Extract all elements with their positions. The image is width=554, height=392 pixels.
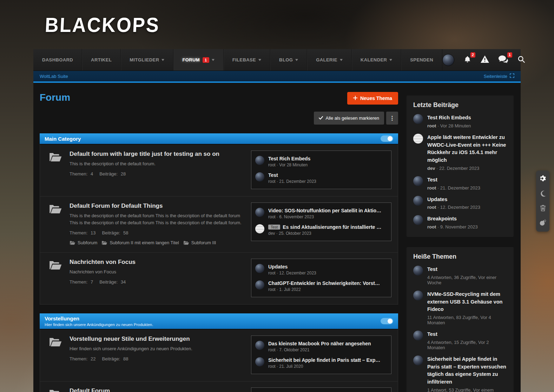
post-author[interactable]: root bbox=[427, 205, 436, 210]
forum-title[interactable]: Default forum with large title just for … bbox=[70, 151, 245, 158]
avatar[interactable] bbox=[413, 356, 423, 365]
forum-description: This is the description of the default f… bbox=[70, 212, 245, 226]
side-post-title[interactable]: Updates bbox=[427, 196, 507, 204]
list-item: Test4 Antworten, 15 Zugriffe, Vor 2 Mona… bbox=[413, 331, 507, 350]
side-item-text: Sicherheit bei Apple findet in Paris sta… bbox=[427, 356, 507, 392]
chat-icon bbox=[499, 55, 508, 65]
avatar[interactable] bbox=[413, 114, 423, 124]
nav-item-dashboard[interactable]: DASHBOARD bbox=[33, 49, 82, 71]
side-topic-title[interactable]: Test bbox=[427, 331, 507, 338]
post-title[interactable]: Updates bbox=[268, 264, 387, 270]
search-icon bbox=[517, 55, 525, 65]
nav-item-filebase[interactable]: FILEBASE bbox=[224, 49, 270, 71]
nav-item-kalender[interactable]: KALENDER bbox=[352, 49, 401, 71]
category-collapse-toggle[interactable] bbox=[381, 318, 393, 324]
post-preview: ChatGPT-Entwickler in Schwierigkeiten: V… bbox=[255, 278, 387, 294]
sidebar-toggle-button[interactable]: Seitenleiste bbox=[484, 73, 514, 79]
post-author[interactable]: root bbox=[427, 123, 436, 128]
list-item: Apple lädt weitere Entwickler zu WWDC-Li… bbox=[413, 134, 507, 171]
conversations-button[interactable]: 1 bbox=[499, 55, 508, 65]
avatar[interactable] bbox=[255, 341, 264, 350]
side-topic-title[interactable]: Sicherheit bei Apple findet in Paris sta… bbox=[427, 356, 507, 386]
breadcrumb[interactable]: WoltLab Suite bbox=[40, 74, 68, 79]
nav-item-galerie[interactable]: GALERIE bbox=[307, 49, 352, 71]
nav-item-spenden[interactable]: SPENDEN bbox=[401, 49, 442, 71]
post-meta: root · 6. November 2023 bbox=[268, 214, 387, 219]
dark-mode-button[interactable] bbox=[540, 190, 546, 198]
avatar[interactable] bbox=[413, 266, 423, 275]
avatar[interactable] bbox=[413, 134, 423, 144]
forum-title[interactable]: Nachrichten von Focus bbox=[70, 259, 245, 266]
side-item-text: Test4 Antworten, 36 Zugriffe, Vor einer … bbox=[427, 266, 507, 285]
nav-list: DASHBOARDARTIKELMITGLIEDERFORUM1FILEBASE… bbox=[33, 49, 442, 71]
side-topic-title[interactable]: Test bbox=[427, 266, 507, 273]
forum-description: Hier finden sich unsere Ankündigungen zu… bbox=[70, 345, 245, 352]
notifications-button[interactable]: 2 bbox=[464, 55, 471, 65]
avatar[interactable] bbox=[413, 215, 423, 225]
post-title[interactable]: Video: SOS-Notruffunktion per Satellit i… bbox=[268, 208, 387, 213]
post-title[interactable]: TestEs sind Aktualisierungen für install… bbox=[268, 224, 387, 230]
user-avatar[interactable] bbox=[442, 54, 454, 66]
side-post-title[interactable]: Breakpoints bbox=[427, 215, 507, 223]
nav-item-artikel[interactable]: ARTIKEL bbox=[82, 49, 121, 71]
check-icon bbox=[319, 115, 323, 121]
posts-label: Beiträge: bbox=[99, 279, 118, 285]
bomb-button[interactable] bbox=[539, 219, 546, 227]
post-author[interactable]: root bbox=[427, 224, 436, 230]
nav-item-forum[interactable]: FORUM1 bbox=[173, 49, 223, 71]
subforum-link[interactable]: Subforum III bbox=[183, 240, 216, 245]
trash-button[interactable] bbox=[540, 205, 546, 212]
nav-item-blog[interactable]: BLOG bbox=[270, 49, 307, 71]
subforum-link[interactable]: Subforum II mit einem langen Titel bbox=[101, 240, 179, 245]
latest-posts-list: Test Rich Embedsroot · Vor 28 MinutenApp… bbox=[413, 114, 507, 230]
nav-item-mitglieder[interactable]: MITGLIEDER bbox=[121, 49, 173, 71]
avatar[interactable] bbox=[255, 264, 264, 273]
side-item-text: Testroot · 21. Dezember 2023 bbox=[427, 176, 507, 191]
forum-list: Vorstellung neuer Stile und Erweiterunge… bbox=[40, 329, 398, 392]
avatar[interactable] bbox=[255, 172, 264, 181]
side-item-text: Test Rich Embedsroot · Vor 28 Minuten bbox=[427, 114, 507, 128]
post-title[interactable]: ChatGPT-Entwickler in Schwierigkeiten: V… bbox=[268, 280, 387, 286]
folder-open-icon bbox=[48, 388, 62, 392]
avatar[interactable] bbox=[255, 357, 264, 366]
avatar[interactable] bbox=[255, 156, 264, 165]
post-title[interactable]: Sicherheit bei Apple findet in Paris sta… bbox=[268, 357, 387, 363]
settings-button[interactable] bbox=[539, 175, 547, 184]
side-post-title[interactable]: Test bbox=[427, 176, 507, 184]
forum-info: Vorstellung neuer Stile und Erweiterunge… bbox=[70, 335, 251, 374]
side-post-title[interactable]: Apple lädt weitere Entwickler zu WWDC-Li… bbox=[427, 134, 507, 164]
search-button[interactable] bbox=[517, 55, 525, 65]
more-options-button[interactable]: ⋮ bbox=[386, 112, 398, 125]
latest-posts-preview: Updatesroot · 12. Dezember 2023ChatGPT-E… bbox=[251, 259, 391, 297]
avatar[interactable] bbox=[413, 196, 423, 206]
post-title[interactable]: Test bbox=[268, 172, 387, 178]
avatar[interactable] bbox=[413, 331, 423, 340]
topics-label: Themen: bbox=[70, 230, 87, 235]
forum-title[interactable]: Default Forum for Default Things bbox=[70, 202, 245, 210]
main-column: Forum Neues Thema Alle als gelesen marki… bbox=[40, 92, 398, 392]
avatar[interactable] bbox=[413, 176, 423, 186]
moderation-button[interactable] bbox=[481, 55, 489, 64]
subforum-link[interactable]: Subforum bbox=[70, 240, 97, 245]
avatar[interactable] bbox=[255, 280, 264, 290]
side-item-text: Breakpointsroot · 9. November 2023 bbox=[427, 215, 507, 230]
side-post-title[interactable]: Test Rich Embeds bbox=[427, 114, 507, 122]
nav-item-label: FILEBASE bbox=[232, 57, 256, 62]
post-title[interactable]: Test Rich Embeds bbox=[268, 156, 387, 161]
new-topic-button[interactable]: Neues Thema bbox=[347, 92, 398, 105]
side-topic-title[interactable]: NVMe-SSD-Recycling mit dem externen USB … bbox=[427, 291, 507, 313]
post-title[interactable]: Das kleinste Macbook Pro näher angesehen bbox=[268, 341, 387, 346]
avatar[interactable] bbox=[255, 224, 264, 233]
site-logo[interactable]: BLACKOPS bbox=[44, 13, 160, 36]
avatar[interactable] bbox=[255, 208, 264, 217]
post-text: Updatesroot · 12. Dezember 2023 bbox=[268, 264, 387, 275]
avatar[interactable] bbox=[413, 291, 423, 300]
post-author[interactable]: root bbox=[427, 185, 436, 191]
mark-all-read-button[interactable]: Alle als gelesen markieren bbox=[314, 112, 384, 125]
post-author[interactable]: dev bbox=[427, 166, 435, 171]
forum-title[interactable]: Vorstellung neuer Stile und Erweiterunge… bbox=[70, 335, 245, 343]
notifications-badge: 2 bbox=[470, 52, 475, 58]
chevron-down-icon bbox=[212, 59, 215, 61]
category-collapse-toggle[interactable] bbox=[381, 135, 393, 142]
forum-title[interactable]: Default Forum bbox=[70, 387, 245, 392]
